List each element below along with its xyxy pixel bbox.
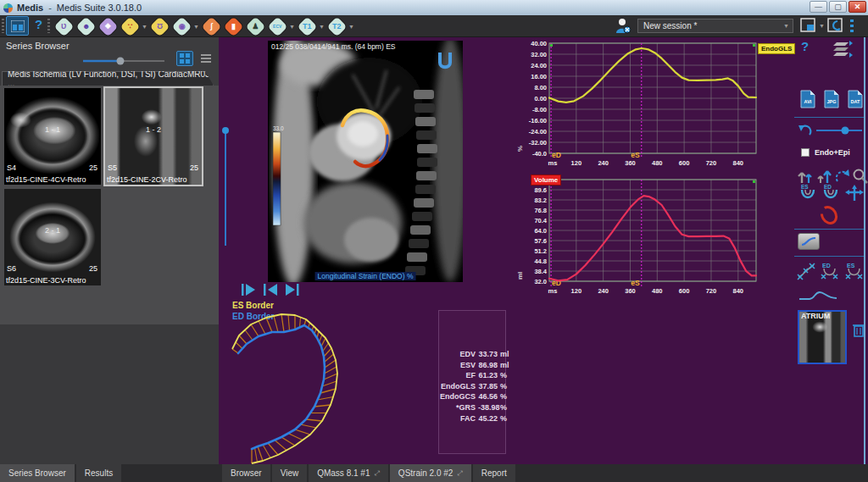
metric-label: EDV [439, 350, 476, 361]
app-icon-10[interactable]: T1 [296, 16, 318, 36]
app-icon-5[interactable]: ◉ [170, 16, 192, 36]
ed-points-label: ED [822, 263, 831, 269]
user-session-icon[interactable] [615, 18, 632, 34]
metric-label: FAC [439, 414, 476, 425]
toolbar-grip2[interactable] [47, 19, 50, 33]
ed-points-icon[interactable]: ED [819, 261, 841, 281]
ellipse-roi-icon[interactable] [818, 205, 840, 225]
endo-epi-label: Endo+Epi [815, 148, 850, 157]
tab-series-browser[interactable]: Series Browser [0, 464, 75, 482]
tab-results[interactable]: Results [76, 464, 121, 482]
atrium-analysis-thumbnail[interactable]: ATRIUM [798, 310, 847, 364]
grid-view-button[interactable] [176, 51, 193, 66]
tab-report[interactable]: Report [473, 464, 515, 482]
app-icon-6[interactable]: ʃ [200, 16, 222, 36]
svg-text:480: 480 [652, 287, 663, 295]
magnifier-icon[interactable] [852, 168, 868, 185]
curve-display-icon[interactable] [798, 288, 840, 303]
export-avi-button[interactable]: AVI [799, 90, 816, 108]
skip-end-button[interactable] [286, 284, 300, 296]
undo-icon[interactable] [798, 124, 813, 137]
propagate-all-icon[interactable] [797, 168, 814, 185]
tab-view[interactable]: View [272, 464, 308, 482]
overflow-menu-icon[interactable] [850, 19, 854, 33]
edit-points-icon[interactable] [796, 261, 816, 281]
thumbnail-size-slider[interactable] [81, 56, 166, 66]
tab-qmass[interactable]: QMass 8.1 #1 ⤢ [309, 464, 388, 482]
view-layout-icon[interactable] [800, 18, 816, 33]
popout-icon[interactable]: ⤢ [457, 469, 462, 478]
endogls-chart[interactable]: 40.0032.0024.0016.008.000.00-8.00-16.00-… [515, 38, 765, 172]
svg-text:32.00: 32.00 [531, 51, 547, 58]
svg-text:64.0: 64.0 [534, 227, 547, 235]
tab-label: View [281, 468, 299, 478]
popout-icon[interactable]: ⤢ [374, 469, 379, 478]
ed-contour-icon[interactable]: ED [821, 183, 841, 205]
app-icon-glyph: ◉ [171, 16, 192, 36]
help-icon[interactable]: ? [801, 39, 809, 53]
app-icon-7[interactable]: ▮ [222, 16, 244, 36]
tab-browser[interactable]: Browser [222, 464, 270, 482]
series-thumbnail[interactable]: 2 - 1 S6 25 tf2d15-CINE-3CV-Retro [4, 189, 101, 285]
frame-slider[interactable] [220, 120, 231, 252]
es-points-icon[interactable]: ES [843, 261, 865, 281]
qstrain-toolbar-panel: ? AVI JPG DAT [793, 37, 868, 464]
app-icon-4[interactable]: Ʊ [148, 16, 170, 36]
chevron-down-icon[interactable]: ▼ [192, 24, 200, 30]
svg-text:57.6: 57.6 [534, 237, 547, 245]
chevron-down-icon[interactable]: ▼ [819, 23, 825, 29]
volume-chart[interactable]: 96.089.683.276.870.464.057.651.244.838.4… [515, 173, 765, 300]
session-sync-icon[interactable] [827, 18, 843, 33]
app-icon-glyph: ECV [267, 16, 287, 36]
metric-value: 37.85 [478, 382, 498, 393]
layers-icon[interactable] [832, 39, 854, 59]
chevron-down-icon[interactable]: ▼ [318, 24, 326, 30]
tab-qstrain[interactable]: QStrain 2.0 #2 ⤢ [390, 464, 471, 482]
list-view-button[interactable] [198, 51, 214, 66]
atrium-label: ATRIUM [801, 312, 830, 320]
maximize-button[interactable]: ▢ [829, 1, 847, 13]
metric-value: -38.98 [478, 403, 498, 414]
session-dropdown[interactable]: New session * ▼ [637, 19, 793, 33]
series-thumbnail-selected[interactable]: 1 - 2 S5 25 tf2d15-CINE-2CV-Retro [105, 88, 202, 185]
study-tab[interactable]: Medis Ischemia (LV Function, DSI, TSI) C… [2, 71, 214, 86]
skip-start-button[interactable] [264, 284, 278, 296]
export-jpg-button[interactable]: JPG [823, 90, 840, 108]
medis-logo-icon [3, 3, 13, 13]
move-contour-icon[interactable] [844, 185, 865, 203]
contour-tracing[interactable] [225, 307, 368, 468]
chevron-down-icon[interactable]: ▼ [288, 24, 296, 30]
app-icon-1[interactable]: ☻ [75, 16, 97, 36]
scrollbar[interactable] [864, 37, 865, 464]
play-button[interactable] [242, 284, 256, 296]
series-thumbnail[interactable]: 1 - 1 S4 25 tf2d15-CINE-4CV-Retro [4, 88, 101, 185]
chevron-down-icon[interactable]: ▼ [348, 24, 355, 30]
metric-unit: % [500, 414, 510, 425]
chevron-down-icon[interactable]: ▼ [141, 24, 148, 30]
curve-smoothing-button[interactable] [798, 233, 820, 250]
endo-epi-checkbox[interactable] [801, 148, 810, 157]
svg-text:51.2: 51.2 [534, 247, 547, 255]
svg-text:720: 720 [706, 159, 717, 167]
opacity-slider[interactable] [815, 124, 864, 137]
help-icon[interactable]: ? [35, 17, 42, 31]
close-button[interactable]: ✕ [849, 1, 866, 13]
minimize-button[interactable]: — [810, 1, 827, 13]
app-icon-2[interactable]: ❖ [97, 16, 119, 36]
export-dat-button[interactable]: DAT [847, 90, 864, 108]
series-browser-empty-area [0, 324, 219, 464]
redo-dashed-icon[interactable] [834, 168, 851, 185]
app-icon-9[interactable]: ECV [266, 16, 288, 36]
propagate-forward-icon[interactable] [815, 168, 832, 185]
app-icon-0[interactable]: Ʋ [53, 16, 75, 36]
toolbar-grip[interactable] [2, 19, 4, 33]
svg-text:eS: eS [631, 279, 640, 287]
app-icon-8[interactable]: ♟ [244, 16, 266, 36]
app-icon-3[interactable]: ∵ [119, 16, 141, 36]
grid-view-icon [180, 53, 190, 64]
cine-viewport[interactable]: 012/25 038/0414/941 ms. (64 bpm) ES [268, 41, 463, 282]
layout-button[interactable] [6, 16, 29, 36]
es-contour-icon[interactable]: ES [798, 183, 818, 205]
app-icon-11[interactable]: T2 [326, 16, 348, 36]
svg-text:840: 840 [733, 287, 744, 295]
